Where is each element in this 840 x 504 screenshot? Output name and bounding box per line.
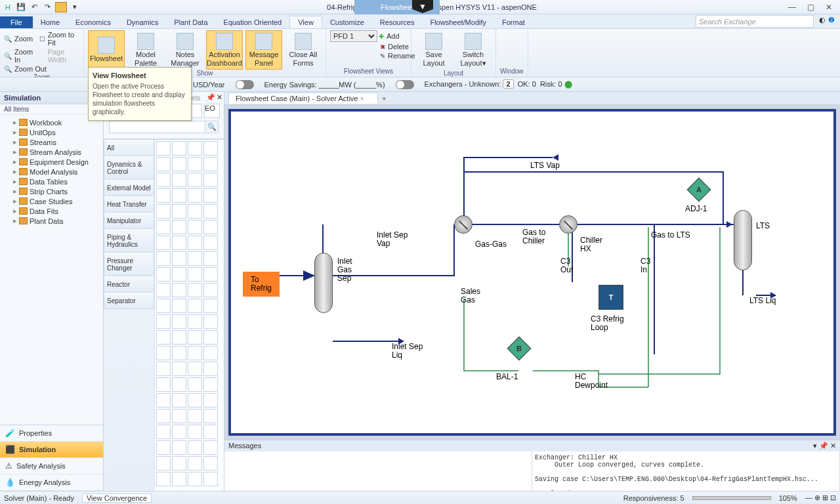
tab-plant-data[interactable]: Plant Data (166, 16, 215, 28)
flowsheet-tab[interactable]: Flowsheet Case (Main) - Solver Active × (228, 93, 378, 104)
palette-search-input[interactable] (109, 121, 205, 133)
nav-item[interactable]: ▸UnitOps (1, 127, 102, 137)
palette-item[interactable] (172, 283, 186, 297)
palette-tool2[interactable]: EO (204, 104, 220, 118)
palette-item[interactable] (156, 157, 171, 171)
op-to-refrig[interactable]: To Refrig (243, 272, 280, 297)
palette-item[interactable] (203, 314, 218, 329)
palette-item[interactable] (172, 314, 186, 329)
palette-close-icon[interactable]: ✕ (217, 93, 222, 102)
palette-item[interactable] (156, 346, 171, 360)
close-all-forms-button[interactable]: Close All Forms (285, 30, 322, 70)
palette-item[interactable] (188, 188, 202, 203)
palette-categories[interactable]: AllDynamics & ControlExternal ModelHeat … (104, 140, 155, 491)
palette-item[interactable] (188, 362, 202, 376)
economics-toggle[interactable] (236, 80, 254, 89)
help-icons[interactable]: ◐❷ (819, 16, 835, 24)
palette-item[interactable] (203, 173, 218, 187)
palette-item[interactable] (156, 220, 171, 234)
zoom-slider[interactable]: — ⊕ ⊞ ⊡ (805, 494, 836, 502)
palette-item[interactable] (203, 299, 218, 313)
minimize-icon[interactable]: — (784, 1, 801, 13)
tab-flowsheet-modify[interactable]: Flowsheet/Modify (422, 16, 494, 28)
palette-item[interactable] (172, 330, 186, 345)
view-convergence-button[interactable]: View Convergence (82, 494, 152, 503)
op-chiller-hx[interactable] (559, 215, 578, 234)
palette-search-button[interactable]: 🔍 (205, 121, 219, 133)
tab-dynamics[interactable]: Dynamics (119, 16, 166, 28)
messages-controls[interactable]: ▾ 📌 ✕ (813, 442, 836, 450)
palette-item[interactable] (188, 267, 202, 282)
palette-category[interactable]: Piping & Hydraulics (104, 229, 154, 253)
add-tab-button[interactable]: + (382, 94, 386, 102)
env-safety[interactable]: ⚠ Safety Analysis (0, 458, 103, 474)
palette-item[interactable] (188, 251, 202, 266)
palette-item[interactable] (156, 173, 171, 187)
palette-item[interactable] (156, 267, 171, 282)
palette-item[interactable] (203, 456, 218, 471)
palette-item[interactable] (203, 204, 218, 219)
env-energy[interactable]: 💧 Energy Analysis (0, 474, 103, 491)
pfd-select[interactable]: PFD 1 (330, 30, 377, 42)
notes-manager-button[interactable]: Notes Manager (167, 30, 203, 70)
palette-item[interactable] (203, 220, 218, 234)
palette-item[interactable] (188, 283, 202, 297)
delete-pfd-button[interactable]: ✖ Delete (330, 42, 409, 51)
palette-item[interactable] (156, 283, 171, 297)
palette-item[interactable] (203, 157, 218, 171)
palette-item[interactable] (172, 236, 186, 250)
activation-dashboard-button[interactable]: Activation Dashboard (206, 30, 243, 70)
palette-item[interactable] (203, 188, 218, 203)
save-layout-button[interactable]: Save Layout (415, 30, 452, 70)
palette-item[interactable] (188, 204, 202, 219)
palette-item[interactable] (203, 251, 218, 266)
palette-item[interactable] (203, 393, 218, 408)
palette-item[interactable] (156, 440, 171, 455)
nav-item[interactable]: ▸Workbook (1, 117, 102, 127)
palette-item[interactable] (203, 236, 218, 250)
tab-file[interactable]: File (0, 16, 33, 28)
palette-item[interactable] (172, 472, 186, 486)
palette-item[interactable] (188, 440, 202, 455)
palette-category[interactable]: Dynamics & Control (104, 156, 154, 180)
palette-item[interactable] (203, 267, 218, 282)
op-gas-gas[interactable] (454, 215, 472, 234)
palette-item[interactable] (172, 409, 186, 423)
nav-item[interactable]: ▸Data Tables (1, 177, 102, 186)
palette-item[interactable] (188, 425, 202, 439)
palette-item[interactable] (156, 425, 171, 439)
tab-customize[interactable]: Customize (322, 16, 372, 28)
tab-format[interactable]: Format (494, 16, 533, 28)
nav-item[interactable]: ▸Strip Charts (1, 186, 102, 196)
palette-item[interactable] (188, 141, 202, 156)
model-palette-button[interactable]: Model Palette (127, 30, 164, 70)
palette-item[interactable] (172, 220, 186, 234)
op-c3-refrig-loop[interactable]: T (598, 285, 623, 310)
palette-category[interactable]: External Model (104, 180, 154, 196)
env-simulation[interactable]: ⬛ Simulation (0, 442, 103, 458)
nav-item[interactable]: ▸Plant Data (1, 216, 102, 226)
qat-more-icon[interactable]: ▾ (70, 2, 80, 12)
palette-item[interactable] (203, 283, 218, 297)
palette-item[interactable] (188, 299, 202, 313)
nav-item[interactable]: ▸Data Fits (1, 206, 102, 216)
palette-item[interactable] (203, 425, 218, 439)
responsiveness-slider[interactable] (692, 496, 771, 500)
nav-item[interactable]: ▸Stream Analysis (1, 147, 102, 157)
tab-economics[interactable]: Economics (68, 16, 119, 28)
palette-item[interactable] (156, 456, 171, 471)
palette-item[interactable] (172, 173, 186, 187)
maximize-icon[interactable]: ▢ (802, 1, 819, 13)
palette-item[interactable] (172, 377, 186, 392)
energy-toggle[interactable] (396, 80, 414, 89)
nav-item[interactable]: ▸Case Studies (1, 196, 102, 206)
palette-item[interactable] (156, 236, 171, 250)
switch-layout-button[interactable]: Switch Layout▾ (455, 30, 492, 70)
palette-item[interactable] (172, 425, 186, 439)
message-panel-button[interactable]: Message Panel (245, 30, 282, 70)
palette-item[interactable] (188, 409, 202, 423)
palette-item[interactable] (172, 251, 186, 266)
palette-item[interactable] (188, 314, 202, 329)
tab-home[interactable]: Home (33, 16, 68, 28)
nav-item[interactable]: ▸Model Analysis (1, 167, 102, 177)
